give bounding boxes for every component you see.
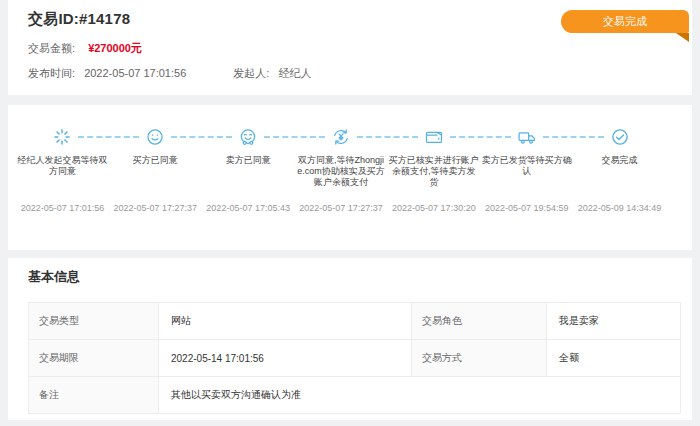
table-row: 交易期限 2022-05-14 17:01:56 交易方式 全额 [29, 340, 681, 377]
amount-label: 交易金额: [28, 42, 75, 54]
cell-value-trade-deadline: 2022-05-14 17:01:56 [159, 340, 412, 377]
timeline-step: 经纪人发起交易等待双方同意 2022-05-07 17:01:56 [16, 127, 109, 213]
timeline-step-date: 2022-05-07 17:27:37 [295, 203, 388, 213]
timeline-step-label: 交易完成 [573, 155, 666, 203]
timeline-step: 买方已同意 2022-05-07 17:27:37 [109, 127, 202, 213]
timeline: 经纪人发起交易等待双方同意 2022-05-07 17:01:56 买方已同意 … [16, 127, 666, 213]
initiator-value: 经纪人 [278, 67, 311, 79]
ribbon-fold [676, 33, 689, 42]
cell-value-trade-role: 我是卖家 [547, 303, 681, 340]
basic-info-card: 基本信息 交易类型 网站 交易角色 我是卖家 交易期限 2022-05-14 1… [8, 258, 692, 420]
cell-value-trade-method: 全额 [547, 340, 681, 377]
timeline-step-label: 买方已核实并进行账户余额支付,等待卖方发货 [387, 155, 480, 203]
wallet-icon [424, 127, 444, 147]
publish-time-value: 2022-05-07 17:01:56 [84, 67, 186, 79]
cell-label-remarks: 备注 [29, 377, 159, 414]
cell-label-trade-role: 交易角色 [412, 303, 547, 340]
timeline-step: 卖方已同意 2022-05-07 17:05:43 [202, 127, 295, 213]
section-title: 基本信息 [28, 268, 672, 286]
cell-label-trade-type: 交易类型 [29, 303, 159, 340]
table-row: 交易类型 网站 交易角色 我是卖家 [29, 303, 681, 340]
cell-value-remarks: 其他以买卖双方沟通确认为准 [159, 377, 681, 414]
amount-value: ¥270000元 [88, 42, 142, 54]
table-row: 备注 其他以买卖双方沟通确认为准 [29, 377, 681, 414]
basic-info-table: 交易类型 网站 交易角色 我是卖家 交易期限 2022-05-14 17:01:… [28, 302, 681, 414]
timeline-step-label: 买方已同意 [109, 155, 202, 203]
timeline-step-date: 2022-05-07 17:05:43 [202, 203, 295, 213]
timeline-step: 卖方已发货等待买方确认 2022-05-07 19:54:59 [480, 127, 573, 213]
publish-time-label: 发布时间: [28, 67, 75, 79]
timeline-step-date: 2022-05-07 19:54:59 [480, 203, 573, 213]
timeline-step-label: 卖方已同意 [202, 155, 295, 203]
cell-label-trade-method: 交易方式 [412, 340, 547, 377]
timeline-step-date: 2022-05-07 17:30:20 [387, 203, 480, 213]
timeline-step: 交易完成 2022-05-09 14:34:49 [573, 127, 666, 213]
grin-face-icon [238, 127, 258, 147]
smiley-icon [145, 127, 165, 147]
status-ribbon: 交易完成 [561, 10, 689, 33]
timeline-step-label: 卖方已发货等待买方确认 [480, 155, 573, 203]
loading-spinner-icon [52, 127, 72, 147]
timeline-step-date: 2022-05-07 17:27:37 [109, 203, 202, 213]
timeline-card: 经纪人发起交易等待双方同意 2022-05-07 17:01:56 买方已同意 … [8, 105, 692, 250]
timeline-step-label: 双方同意,等待Zhongjie.com协助核实及买方账户余额支付 [295, 155, 388, 203]
check-circle-icon [610, 127, 630, 147]
publish-row: 发布时间: 2022-05-07 17:01:56 发起人: 经纪人 [8, 66, 692, 81]
cell-label-trade-deadline: 交易期限 [29, 340, 159, 377]
refresh-yuan-icon [331, 127, 351, 147]
timeline-step: 买方已核实并进行账户余额支付,等待卖方发货 2022-05-07 17:30:2… [387, 127, 480, 213]
truck-icon [517, 127, 537, 147]
transaction-header-card: 交易ID:#14178 交易金额: ¥270000元 发布时间: 2022-05… [8, 0, 692, 95]
timeline-step-date: 2022-05-09 14:34:49 [573, 203, 666, 213]
timeline-step-date: 2022-05-07 17:01:56 [16, 203, 109, 213]
initiator-label: 发起人: [233, 67, 269, 79]
timeline-step-label: 经纪人发起交易等待双方同意 [16, 155, 109, 203]
amount-row: 交易金额: ¥270000元 [8, 41, 692, 56]
cell-value-trade-type: 网站 [159, 303, 412, 340]
timeline-step: 双方同意,等待Zhongjie.com协助核实及买方账户余额支付 2022-05… [295, 127, 388, 213]
